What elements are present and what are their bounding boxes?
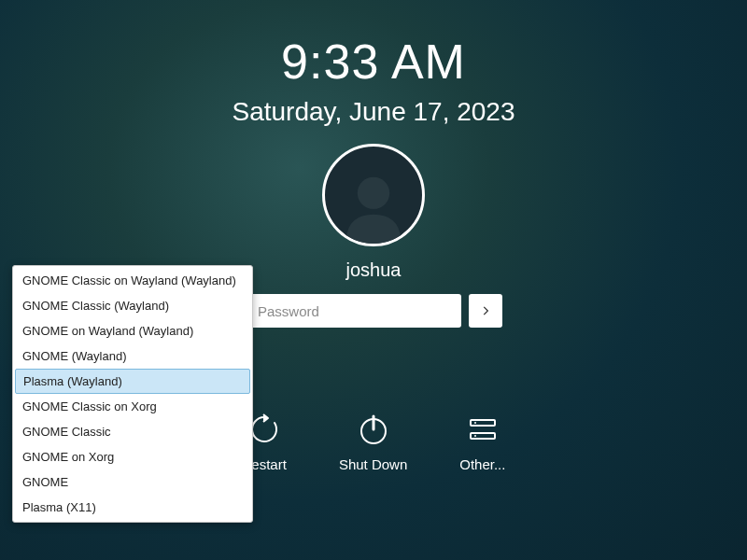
svg-rect-3 <box>471 420 495 426</box>
other-button[interactable]: Other... <box>459 412 505 472</box>
clock-time: 9:33 AM <box>0 34 747 90</box>
login-button[interactable] <box>469 294 502 328</box>
session-item[interactable]: GNOME on Xorg <box>13 444 252 469</box>
session-item[interactable]: GNOME <box>13 469 252 495</box>
power-icon <box>356 412 391 447</box>
other-label: Other... <box>459 456 505 472</box>
chevron-right-icon <box>479 304 492 317</box>
shutdown-label: Shut Down <box>339 456 407 472</box>
list-icon <box>465 412 500 447</box>
session-item[interactable]: GNOME Classic on Xorg <box>13 394 252 419</box>
svg-point-0 <box>358 177 389 209</box>
session-menu: GNOME Classic on Wayland (Wayland) GNOME… <box>12 265 253 523</box>
session-item-selected[interactable]: Plasma (Wayland) <box>15 369 250 394</box>
user-avatar[interactable] <box>322 144 425 246</box>
password-input[interactable] <box>245 294 461 328</box>
session-item[interactable]: GNOME Classic on Wayland (Wayland) <box>13 268 252 293</box>
session-item[interactable]: GNOME (Wayland) <box>13 343 252 369</box>
session-item[interactable]: GNOME Classic <box>13 419 252 444</box>
session-item[interactable]: GNOME Classic (Wayland) <box>13 293 252 318</box>
session-item[interactable]: Plasma (X11) <box>13 495 252 520</box>
svg-rect-4 <box>471 433 495 439</box>
shutdown-button[interactable]: Shut Down <box>339 412 407 472</box>
session-item[interactable]: GNOME on Wayland (Wayland) <box>13 318 252 343</box>
clock-date: Saturday, June 17, 2023 <box>0 97 747 127</box>
person-icon <box>335 167 412 244</box>
